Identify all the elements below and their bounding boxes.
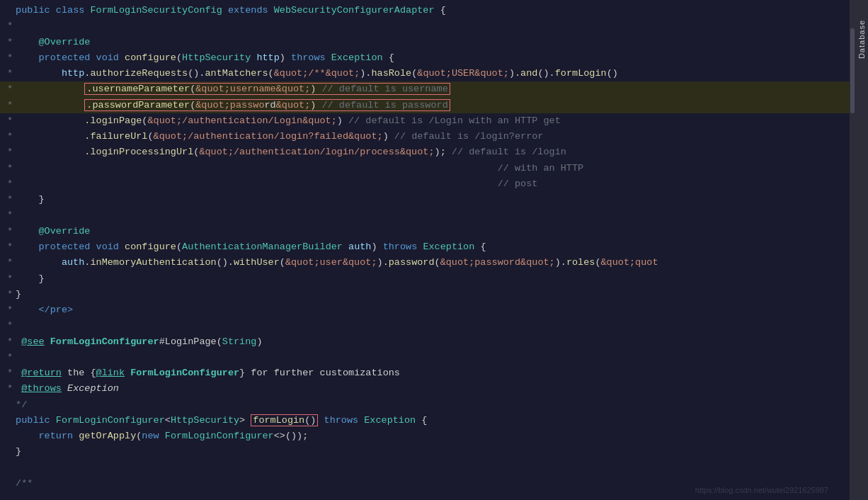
- line-text: .usernameParameter(&quot;username&quot;)…: [16, 81, 850, 97]
- code-line: * auth.inMemoryAuthentication().withUser…: [0, 255, 850, 271]
- code-line: * .passwordParameter(&quot;password&quot…: [0, 98, 850, 113]
- code-line: *: [0, 350, 850, 365]
- line-marker: [0, 413, 16, 428]
- line-marker: [0, 3, 16, 18]
- code-line: * @Override: [0, 224, 850, 239]
- line-marker: *: [0, 144, 16, 160]
- line-marker: *: [0, 365, 16, 381]
- line-marker: *: [0, 66, 16, 81]
- line-marker: [0, 397, 16, 413]
- line-text: @Override: [16, 35, 850, 50]
- line-marker: *: [0, 381, 16, 397]
- code-line: * .usernameParameter(&quot;username&quot…: [0, 81, 850, 97]
- scrollbar[interactable]: [850, 0, 855, 500]
- line-text: */: [16, 397, 850, 413]
- line-text: protected void configure(HttpSecurity ht…: [16, 50, 850, 66]
- line-text: </pre>: [16, 302, 850, 318]
- watermark: https://blog.csdn.net/wutei2921625987: [695, 486, 828, 494]
- code-line: * }: [0, 271, 850, 287]
- code-line: * .failureUrl(&quot;/authentication/logi…: [0, 129, 850, 144]
- line-text: http.authorizeRequests().antMatchers(&qu…: [16, 66, 850, 81]
- line-marker: *: [0, 98, 16, 113]
- line-text: protected void configure(AuthenticationM…: [16, 239, 850, 255]
- code-line: * @return the {@link FormLoginConfigurer…: [0, 365, 850, 381]
- code-line: * @see FormLoginConfigurer#LoginPage(Str…: [0, 334, 850, 350]
- line-marker: *: [0, 18, 16, 34]
- line-marker: *: [0, 224, 16, 239]
- line-marker: *: [0, 334, 16, 350]
- line-text: }: [16, 287, 850, 302]
- line-text: .loginPage(&quot;/authentication/Login&q…: [16, 113, 850, 129]
- code-editor: public class FormLoginSecurityConfig ext…: [0, 0, 850, 500]
- line-marker: [0, 428, 16, 444]
- line-marker: *: [0, 129, 16, 144]
- line-text: }: [16, 192, 850, 208]
- line-marker: *: [0, 161, 16, 176]
- line-marker: *: [0, 176, 16, 192]
- line-marker: *: [0, 239, 16, 255]
- line-marker: *: [0, 318, 16, 334]
- line-marker: [0, 476, 16, 492]
- line-marker: [0, 460, 16, 476]
- line-marker: *: [0, 113, 16, 129]
- code-line: * </pre>: [0, 302, 850, 318]
- sidebar[interactable]: Database: [855, 0, 868, 500]
- code-line: * http.authorizeRequests().antMatchers(&…: [0, 66, 850, 81]
- code-line: * .loginProcessingUrl(&quot;/authenticat…: [0, 144, 850, 160]
- code-line: *: [0, 18, 850, 34]
- code-line: * // post: [0, 176, 850, 192]
- code-line: }: [0, 444, 850, 460]
- line-text: public FormLoginConfigurer<HttpSecurity>…: [16, 413, 850, 428]
- line-text: return getOrApply(new FormLoginConfigure…: [16, 428, 850, 444]
- code-line: public FormLoginConfigurer<HttpSecurity>…: [0, 413, 850, 428]
- line-marker: *: [0, 192, 16, 208]
- line-marker: *: [0, 302, 16, 318]
- line-marker: *: [0, 50, 16, 66]
- code-line: * // with an HTTP: [0, 161, 850, 176]
- line-text: auth.inMemoryAuthentication().withUser(&…: [16, 255, 850, 271]
- scrollbar-thumb[interactable]: [850, 28, 855, 113]
- code-line: * }: [0, 192, 850, 208]
- code-line: public class FormLoginSecurityConfig ext…: [0, 3, 850, 18]
- code-line: * protected void configure(Authenticatio…: [0, 239, 850, 255]
- line-text: @Override: [16, 224, 850, 239]
- code-line: * protected void configure(HttpSecurity …: [0, 50, 850, 66]
- sidebar-label: Database: [857, 20, 866, 59]
- line-text: .loginProcessingUrl(&quot;/authenticatio…: [16, 144, 850, 160]
- line-marker: *: [0, 271, 16, 287]
- code-line: */: [0, 397, 850, 413]
- line-marker: *: [0, 35, 16, 50]
- code-line: * }: [0, 287, 850, 302]
- code-line: return getOrApply(new FormLoginConfigure…: [0, 428, 850, 444]
- line-text: // with an HTTP: [16, 161, 850, 176]
- line-text: .passwordParameter(&quot;password&quot;)…: [16, 98, 850, 113]
- line-text: }: [16, 271, 850, 287]
- code-line: [0, 460, 850, 476]
- line-marker: *: [0, 255, 16, 271]
- code-line: * @Override: [0, 35, 850, 50]
- code-line: * @throws Exception: [0, 381, 850, 397]
- line-text: @see FormLoginConfigurer#LoginPage(Strin…: [16, 334, 850, 350]
- line-text: .failureUrl(&quot;/authentication/login?…: [16, 129, 850, 144]
- line-text: // post: [16, 176, 850, 192]
- code-line: * .loginPage(&quot;/authentication/Login…: [0, 113, 850, 129]
- code-content: public class FormLoginSecurityConfig ext…: [0, 0, 850, 494]
- line-marker: *: [0, 81, 16, 97]
- line-text: public class FormLoginSecurityConfig ext…: [16, 3, 850, 18]
- code-line: *: [0, 318, 850, 334]
- line-marker: *: [0, 208, 16, 223]
- line-marker: [0, 444, 16, 460]
- line-text: @throws Exception: [16, 381, 850, 397]
- code-line: *: [0, 208, 850, 223]
- line-marker: *: [0, 350, 16, 365]
- line-text: @return the {@link FormLoginConfigurer} …: [16, 365, 850, 381]
- line-marker: *: [0, 287, 16, 302]
- line-text: }: [16, 444, 850, 460]
